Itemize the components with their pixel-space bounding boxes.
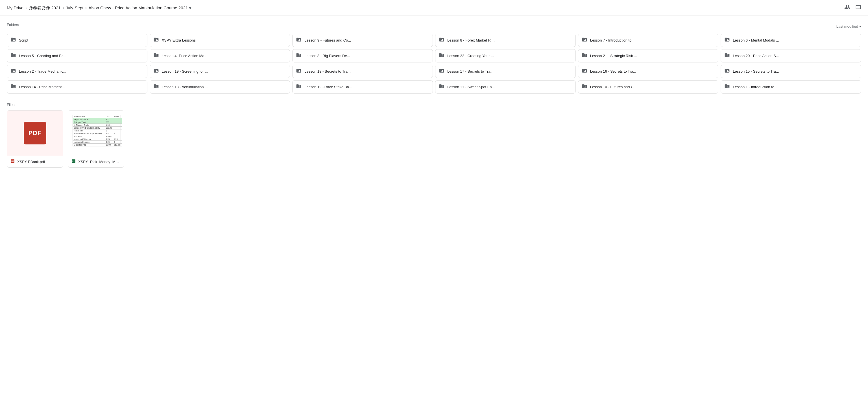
shared-folder-icon xyxy=(10,52,16,59)
breadcrumb-sep-3: › xyxy=(85,5,87,11)
excel-type-icon: X xyxy=(71,159,76,165)
folder-name: Lesson 16 - Secrets to Tra... xyxy=(590,69,636,74)
breadcrumb-2021[interactable]: @@@@@ 2021 xyxy=(29,5,61,10)
folder-name: Lesson 5 - Charting and Br... xyxy=(19,54,65,58)
folder-name: Script xyxy=(19,38,28,43)
folder-name: Lesson 22 - Creating Your ... xyxy=(447,54,494,58)
folder-item[interactable]: Lesson 2 - Trade Mechanic... xyxy=(7,65,147,78)
shared-folder-icon xyxy=(724,37,730,44)
svg-text:X: X xyxy=(72,160,73,162)
folder-name: Lesson 20 - Price Action S... xyxy=(733,54,779,58)
file-item-pdf[interactable]: PDF PDF XSPY EBook.pdf xyxy=(7,110,63,168)
folder-item[interactable]: Lesson 12 -Force Strike Ba... xyxy=(292,80,433,93)
folders-section-label: Folders xyxy=(7,23,19,27)
folder-item[interactable]: Lesson 4 -Price Action Ma... xyxy=(150,49,290,62)
sort-button[interactable]: Last modified ▾ xyxy=(836,24,861,29)
shared-folder-icon xyxy=(153,52,159,59)
shared-folder-icon xyxy=(582,52,587,59)
folder-name: Lesson 3 - Big Players De... xyxy=(304,54,350,58)
folder-item[interactable]: Lesson 21 - Strategic Risk ... xyxy=(578,49,719,62)
breadcrumb-sep-1: › xyxy=(25,5,27,11)
folder-item[interactable]: Lesson 17 - Secrets to Tra... xyxy=(435,65,576,78)
folder-name: Lesson 7 - Introduction to ... xyxy=(590,38,636,43)
folder-item[interactable]: Lesson 6 - Mental Modals ... xyxy=(721,34,861,47)
people-icon[interactable] xyxy=(844,4,850,11)
breadcrumb-july-sept[interactable]: July-Sept xyxy=(66,5,84,10)
shared-folder-icon xyxy=(296,83,302,90)
sort-icon: ▾ xyxy=(859,24,861,29)
folder-item[interactable]: Lesson 11 - Sweet Spot En... xyxy=(435,80,576,93)
shared-folder-icon xyxy=(439,52,444,59)
file-info-excel: X XSPY_Risk_Money_Manag... xyxy=(68,156,124,167)
shared-folder-icon xyxy=(153,68,159,75)
file-item-excel[interactable]: Portfolio RiskDAYWEEKMONTHQUARTERTarget … xyxy=(68,110,124,168)
breadcrumb-dropdown-icon[interactable]: ▾ xyxy=(189,5,191,11)
folder-item[interactable]: Lesson 3 - Big Players De... xyxy=(292,49,433,62)
folder-name: Lesson 18 - Secrets to Tra... xyxy=(304,69,350,74)
folder-item[interactable]: Lesson 1 - Introduction to ... xyxy=(721,80,861,93)
grid-view-icon[interactable] xyxy=(855,4,861,11)
folder-name: Lesson 1 - Introduction to ... xyxy=(733,85,778,89)
folder-item[interactable]: Lesson 20 - Price Action S... xyxy=(721,49,861,62)
pdf-file-name: XSPY EBook.pdf xyxy=(17,160,45,164)
folder-item[interactable]: Lesson 5 - Charting and Br... xyxy=(7,49,147,62)
breadcrumb-my-drive[interactable]: My Drive xyxy=(7,5,24,10)
excel-file-name: XSPY_Risk_Money_Manag... xyxy=(78,160,121,164)
sort-label-text: Last modified xyxy=(836,24,858,29)
folder-item[interactable]: Lesson 22 - Creating Your ... xyxy=(435,49,576,62)
pdf-large-icon: PDF xyxy=(24,122,46,144)
breadcrumb-sep-2: › xyxy=(62,5,64,11)
folder-item[interactable]: Lesson 14 - Price Moment... xyxy=(7,80,147,93)
shared-folder-icon xyxy=(296,68,302,75)
shared-folder-icon xyxy=(724,68,730,75)
shared-folder-icon xyxy=(582,68,587,75)
folder-name: Lesson 2 - Trade Mechanic... xyxy=(19,69,66,74)
header-actions xyxy=(844,4,861,11)
shared-folder-icon xyxy=(10,37,16,44)
folder-item[interactable]: XSPY Extra Lessons xyxy=(150,34,290,47)
breadcrumb: My Drive › @@@@@ 2021 › July-Sept › Also… xyxy=(7,5,191,11)
folder-item[interactable]: Lesson 10 - Futures and C... xyxy=(578,80,719,93)
folder-name: Lesson 19 - Screening for ... xyxy=(162,69,208,74)
folder-name: Lesson 12 -Force Strike Ba... xyxy=(304,85,352,89)
shared-folder-icon xyxy=(582,37,587,44)
folder-name: XSPY Extra Lessons xyxy=(162,38,196,43)
shared-folder-icon xyxy=(296,52,302,59)
shared-folder-icon xyxy=(10,68,16,75)
folder-name: Lesson 6 - Mental Modals ... xyxy=(733,38,779,43)
folder-name: Lesson 4 -Price Action Ma... xyxy=(162,54,208,58)
pdf-type-icon: PDF xyxy=(10,159,15,165)
svg-text:PDF: PDF xyxy=(11,161,14,162)
folder-item[interactable]: Lesson 19 - Screening for ... xyxy=(150,65,290,78)
folder-name: Lesson 13 - Accumulation ... xyxy=(162,85,208,89)
folder-item[interactable]: Lesson 13 - Accumulation ... xyxy=(150,80,290,93)
folder-name: Lesson 17 - Secrets to Tra... xyxy=(447,69,493,74)
files-section-label: Files xyxy=(7,103,861,107)
folder-item[interactable]: Lesson 7 - Introduction to ... xyxy=(578,34,719,47)
folder-item[interactable]: Lesson 16 - Secrets to Tra... xyxy=(578,65,719,78)
folder-name: Lesson 14 - Price Moment... xyxy=(19,85,65,89)
shared-folder-icon xyxy=(296,37,302,44)
shared-folder-icon xyxy=(439,83,444,90)
folder-name: Lesson 9 - Futures and Co... xyxy=(304,38,351,43)
folder-item[interactable]: Lesson 8 - Forex Market Ri... xyxy=(435,34,576,47)
shared-folder-icon xyxy=(153,37,159,44)
folder-name: Lesson 10 - Futures and C... xyxy=(590,85,637,89)
shared-folder-icon xyxy=(10,83,16,90)
files-grid: PDF PDF XSPY EBook.pdf Portfolio RiskDAY… xyxy=(7,110,861,168)
header: My Drive › @@@@@ 2021 › July-Sept › Also… xyxy=(0,0,868,16)
folder-name: Lesson 21 - Strategic Risk ... xyxy=(590,54,637,58)
excel-preview: Portfolio RiskDAYWEEKMONTHQUARTERTarget … xyxy=(70,113,122,153)
folder-item[interactable]: Lesson 18 - Secrets to Tra... xyxy=(292,65,433,78)
shared-folder-icon xyxy=(153,83,159,90)
shared-folder-icon xyxy=(724,52,730,59)
folder-name: Lesson 15 - Secrets to Tra... xyxy=(733,69,779,74)
folder-item[interactable]: Lesson 9 - Futures and Co... xyxy=(292,34,433,47)
file-preview-pdf: PDF xyxy=(7,111,63,156)
folder-item[interactable]: Script xyxy=(7,34,147,47)
folder-item[interactable]: Lesson 15 - Secrets to Tra... xyxy=(721,65,861,78)
shared-folder-icon xyxy=(724,83,730,90)
file-preview-excel: Portfolio RiskDAYWEEKMONTHQUARTERTarget … xyxy=(68,111,124,156)
breadcrumb-current: Alson Chew - Price Action Manipulation C… xyxy=(88,5,191,11)
breadcrumb-current-label: Alson Chew - Price Action Manipulation C… xyxy=(88,5,188,10)
